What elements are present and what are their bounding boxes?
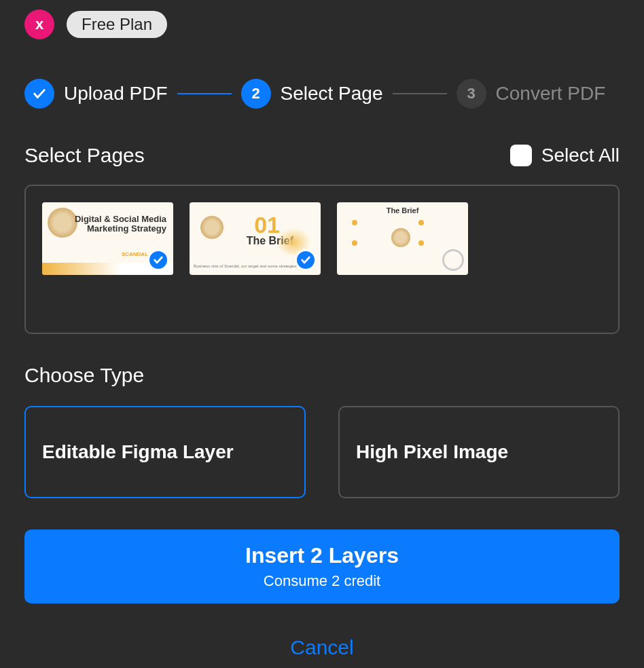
check-icon xyxy=(153,255,164,265)
select-pages-title: Select Pages xyxy=(24,144,145,167)
cup-graphic xyxy=(391,228,410,247)
cancel-button[interactable]: Cancel xyxy=(24,636,620,659)
select-all-toggle[interactable]: Select All xyxy=(510,145,620,166)
plan-badge[interactable]: Free Plan xyxy=(67,11,167,38)
dot-icon xyxy=(418,240,424,246)
page-unselected-mark[interactable] xyxy=(442,249,464,271)
checkbox[interactable] xyxy=(510,145,532,166)
page-thumbnail[interactable]: 01 The Brief Business size of Scandal, o… xyxy=(190,202,321,275)
step-label: Select Page xyxy=(281,83,383,105)
page-thumbnails: Digital & Social Media Marketing Strateg… xyxy=(24,185,620,334)
page-selected-mark[interactable] xyxy=(295,249,317,271)
type-editable-figma-layer[interactable]: Editable Figma Layer xyxy=(24,406,306,498)
insert-layers-button[interactable]: Insert 2 Layers Consume 2 credit xyxy=(24,530,620,604)
step-connector xyxy=(393,93,447,94)
step-circle-active: 2 xyxy=(241,79,271,109)
type-high-pixel-image[interactable]: High Pixel Image xyxy=(338,406,620,498)
step-select-page: 2 Select Page xyxy=(241,79,383,109)
select-all-label: Select All xyxy=(541,145,620,166)
cup-graphic xyxy=(200,216,223,239)
check-icon xyxy=(300,255,311,265)
dot-icon xyxy=(352,220,357,225)
slide-title: Digital & Social Media Marketing Strateg… xyxy=(42,215,166,234)
slide-footer: Business size of Scandal, our target and… xyxy=(194,264,296,268)
step-label: Upload PDF xyxy=(64,83,168,105)
dot-icon xyxy=(352,240,357,246)
page-selected-mark[interactable] xyxy=(147,249,169,271)
insert-subtitle: Consume 2 credit xyxy=(38,572,606,590)
step-connector xyxy=(177,93,232,94)
check-icon xyxy=(32,86,47,101)
insert-title: Insert 2 Layers xyxy=(38,543,606,568)
dot-icon xyxy=(418,220,424,225)
step-circle-pending: 3 xyxy=(457,79,486,109)
avatar[interactable]: x xyxy=(24,10,54,39)
choose-type-title: Choose Type xyxy=(24,364,620,387)
page-thumbnail[interactable]: Digital & Social Media Marketing Strateg… xyxy=(42,202,173,275)
page-thumbnail[interactable]: The Brief xyxy=(337,202,468,275)
step-upload-pdf: Upload PDF xyxy=(24,79,168,109)
step-convert-pdf: 3 Convert PDF xyxy=(457,79,606,109)
slide-heading: The Brief xyxy=(337,206,468,215)
step-circle-done xyxy=(24,79,54,109)
wizard-steps: Upload PDF 2 Select Page 3 Convert PDF xyxy=(24,79,620,109)
step-label: Convert PDF xyxy=(496,83,606,105)
